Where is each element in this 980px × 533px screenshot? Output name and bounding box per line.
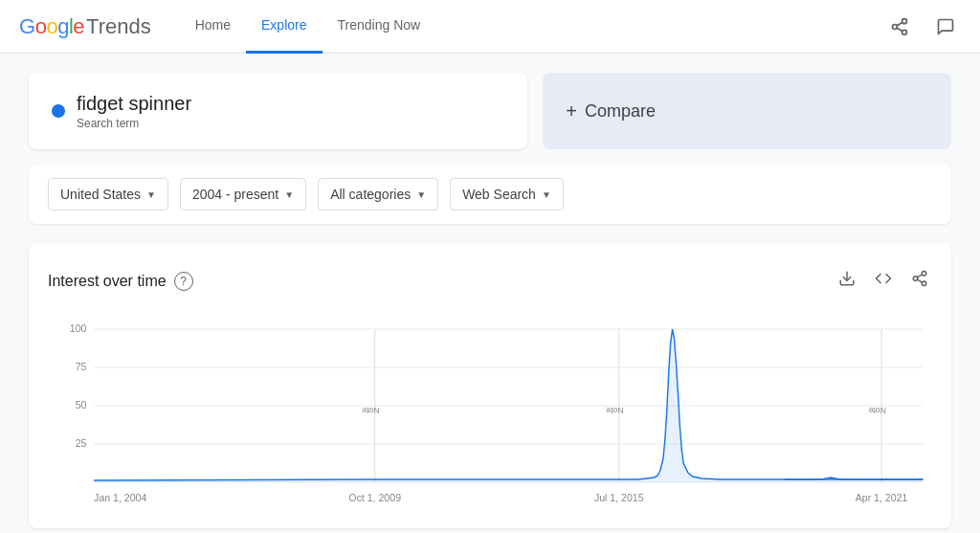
nav-item-home[interactable]: Home <box>180 0 246 54</box>
svg-text:Note: Note <box>868 406 885 415</box>
header-actions <box>884 11 961 42</box>
svg-text:75: 75 <box>76 361 87 372</box>
compare-plus-icon: + <box>566 100 577 122</box>
time-filter-label: 2004 - present <box>192 187 278 202</box>
svg-line-3 <box>897 28 902 31</box>
embed-icon[interactable] <box>871 266 896 296</box>
chart-title: Interest over time <box>48 273 167 290</box>
search-dot <box>52 104 65 118</box>
search-row: fidget spinner Search term + Compare <box>29 73 951 149</box>
nav-item-explore[interactable]: Explore <box>246 0 322 54</box>
svg-line-10 <box>917 275 922 278</box>
compare-label: Compare <box>585 101 656 122</box>
main-content: fidget spinner Search term + Compare Uni… <box>0 54 980 533</box>
chart-title-group: Interest over time ? <box>48 272 193 291</box>
svg-text:Oct 1, 2009: Oct 1, 2009 <box>348 492 401 503</box>
search-type-filter[interactable]: Web Search ▼ <box>450 178 564 211</box>
logo-trends-text: Trends <box>86 14 151 39</box>
compare-card[interactable]: + Compare <box>543 73 951 149</box>
nav-item-trending[interactable]: Trending Now <box>323 0 436 54</box>
time-filter[interactable]: 2004 - present ▼ <box>180 178 306 211</box>
search-card: fidget spinner Search term <box>29 73 527 149</box>
search-term-type: Search term <box>77 117 191 130</box>
svg-text:Note: Note <box>362 406 379 415</box>
location-filter-label: United States <box>60 187 141 202</box>
chart-header: Interest over time ? <box>48 266 932 296</box>
category-filter[interactable]: All categories ▼ <box>318 178 438 211</box>
svg-text:25: 25 <box>76 437 87 449</box>
logo-google-text: Google <box>19 14 84 39</box>
main-nav: Home Explore Trending Now <box>180 0 884 54</box>
svg-line-9 <box>917 279 922 282</box>
interest-chart: 100 75 50 25 Note Note Note <box>48 315 932 525</box>
filters-row: United States ▼ 2004 - present ▼ All cat… <box>29 165 951 224</box>
search-type-chevron-icon: ▼ <box>542 189 551 200</box>
header: Google Trends Home Explore Trending Now <box>0 0 980 54</box>
logo[interactable]: Google Trends <box>19 14 151 39</box>
feedback-icon[interactable] <box>930 11 961 42</box>
svg-line-4 <box>897 22 902 25</box>
chart-share-icon[interactable] <box>907 266 932 296</box>
svg-text:Apr 1, 2021: Apr 1, 2021 <box>856 492 908 503</box>
chart-card: Interest over time ? <box>29 243 951 528</box>
share-icon[interactable] <box>884 11 915 42</box>
search-term: fidget spinner <box>77 93 191 115</box>
category-filter-label: All categories <box>330 187 411 202</box>
svg-text:Note: Note <box>606 406 623 415</box>
svg-text:100: 100 <box>70 322 87 334</box>
download-icon[interactable] <box>835 266 859 296</box>
location-filter[interactable]: United States ▼ <box>48 178 168 211</box>
svg-text:50: 50 <box>76 399 87 411</box>
help-icon[interactable]: ? <box>174 272 193 291</box>
search-info: fidget spinner Search term <box>77 93 191 130</box>
time-chevron-icon: ▼ <box>284 189 294 200</box>
category-chevron-icon: ▼ <box>416 189 426 200</box>
chart-container: 100 75 50 25 Note Note Note <box>48 315 932 528</box>
svg-text:Jan 1, 2004: Jan 1, 2004 <box>94 492 146 503</box>
search-type-filter-label: Web Search <box>462 187 536 202</box>
chart-actions <box>835 266 932 296</box>
location-chevron-icon: ▼ <box>146 189 156 200</box>
svg-text:Jul 1, 2015: Jul 1, 2015 <box>594 492 644 503</box>
